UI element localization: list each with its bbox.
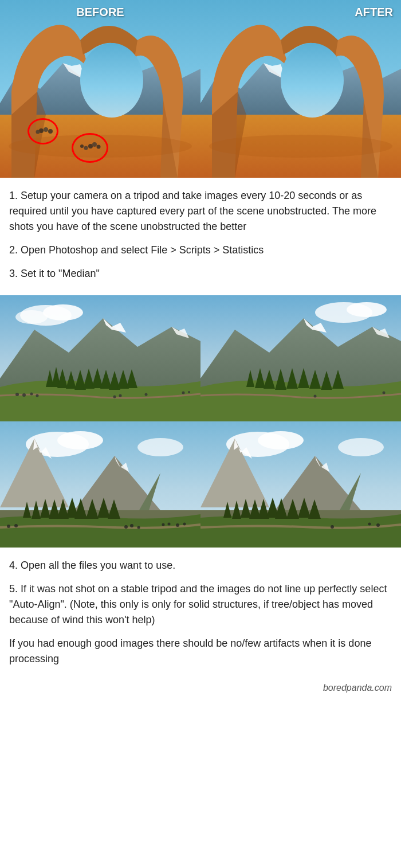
step-1: 1. Setup your camera on a tripod and tak…	[9, 188, 392, 234]
svg-point-93	[137, 526, 140, 529]
svg-point-44	[22, 393, 26, 397]
after-label: AFTER	[355, 6, 393, 19]
steps-section: 1. Setup your camera on a tripod and tak…	[0, 178, 401, 295]
svg-point-118	[331, 525, 334, 529]
svg-point-90	[14, 524, 18, 527]
svg-point-48	[119, 394, 122, 397]
svg-point-43	[15, 393, 19, 396]
svg-point-6	[80, 43, 143, 118]
svg-point-91	[124, 525, 128, 529]
svg-point-24	[209, 135, 392, 158]
svg-point-92	[130, 524, 133, 527]
mountain-images-grid	[0, 295, 401, 548]
step-3: 3. Set it to "Median"	[9, 266, 392, 281]
red-circle-2	[72, 133, 108, 163]
before-label: BEFORE	[76, 6, 124, 19]
svg-point-54	[347, 302, 387, 317]
svg-point-89	[7, 525, 10, 528]
attribution-text: boredpanda.com	[323, 683, 392, 693]
svg-point-67	[314, 395, 317, 398]
svg-point-50	[182, 392, 185, 394]
before-after-section: BEFORE	[0, 0, 401, 178]
step-5: 5. If it was not shot on a stable tripod…	[9, 581, 392, 628]
step-4: 4. Open all the files you want to use.	[9, 558, 392, 573]
mountain-image-4	[200, 421, 401, 548]
step-6: If you had enough good images there shou…	[9, 636, 392, 667]
svg-point-49	[145, 393, 148, 396]
svg-point-100	[258, 431, 304, 449]
mountain-image-1	[0, 295, 200, 421]
mountain-image-3	[0, 421, 200, 548]
svg-point-72	[137, 438, 183, 456]
svg-point-101	[338, 438, 384, 456]
before-image-wrapper: BEFORE	[0, 0, 200, 178]
attribution-footer: boredpanda.com	[0, 681, 401, 702]
svg-point-94	[162, 523, 165, 526]
svg-point-46	[36, 394, 39, 397]
svg-point-28	[15, 310, 48, 324]
after-scene-svg	[200, 0, 401, 178]
mountain-image-2	[200, 295, 401, 421]
svg-point-47	[113, 396, 116, 398]
svg-point-68	[383, 392, 386, 394]
svg-point-97	[183, 523, 186, 526]
red-circle-1	[27, 118, 58, 144]
bottom-steps-section: 4. Open all the files you want to use. 5…	[0, 548, 401, 681]
svg-point-51	[188, 391, 190, 393]
step-2: 2. Open Photoshop and select File > Scri…	[9, 243, 392, 258]
svg-point-45	[30, 393, 33, 396]
svg-point-27	[43, 304, 83, 320]
svg-point-119	[368, 523, 371, 526]
svg-point-23	[281, 43, 344, 118]
svg-point-71	[57, 431, 103, 449]
svg-point-96	[176, 523, 179, 527]
after-image-wrapper: AFTER	[200, 0, 401, 178]
svg-point-95	[168, 523, 171, 526]
svg-point-120	[376, 523, 380, 527]
